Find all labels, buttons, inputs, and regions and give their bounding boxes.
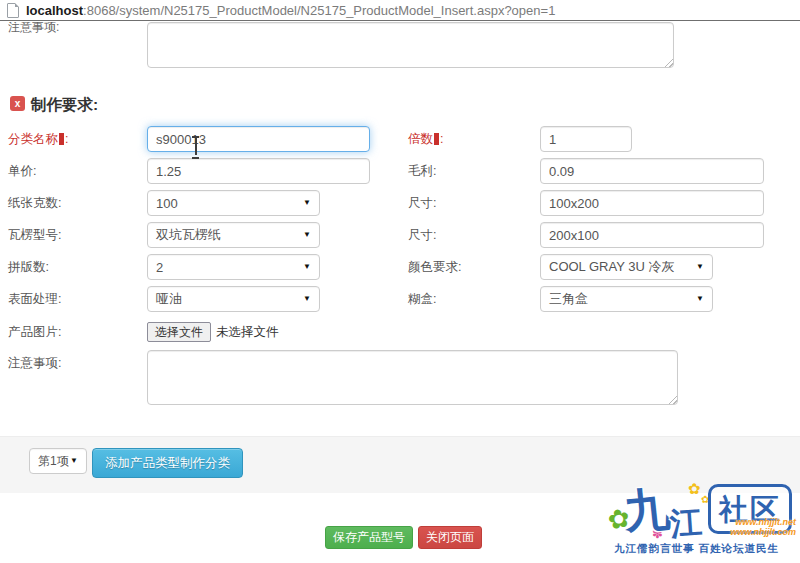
label-multiplier: 倍数:: [408, 126, 443, 152]
watermark-url-2: www.nhjjlt.com: [730, 527, 796, 537]
label-category-name: 分类名称:: [8, 126, 68, 152]
size-2-input[interactable]: [540, 222, 764, 248]
corrugated-type-select[interactable]: 双坑瓦楞纸▼: [147, 222, 320, 248]
chevron-down-icon: ▼: [696, 295, 704, 303]
chevron-down-icon: ▼: [303, 231, 311, 239]
section-title: 制作要求:: [31, 95, 98, 116]
chevron-down-icon: ▼: [303, 199, 311, 207]
close-page-button[interactable]: 关闭页面: [418, 526, 482, 549]
label-surface-finish: 表面处理:: [8, 286, 61, 312]
imposition-count-select[interactable]: 2▼: [147, 254, 320, 280]
surface-finish-select[interactable]: 哑油▼: [147, 286, 320, 312]
paper-weight-select[interactable]: 100▼: [147, 190, 320, 216]
required-marker: [434, 133, 439, 145]
glue-box-select[interactable]: 三角盒▼: [540, 286, 713, 312]
label-notes: 注意事项:: [8, 350, 61, 376]
chevron-down-icon: ▼: [696, 263, 704, 271]
label-corrugated-type: 瓦楞型号:: [8, 222, 61, 248]
save-product-model-button[interactable]: 保存产品型号: [325, 526, 413, 549]
prev-notes-textarea[interactable]: [147, 22, 674, 68]
size-1-input[interactable]: [540, 190, 764, 216]
chevron-down-icon: ▼: [70, 457, 78, 465]
flower-icon: ✽: [652, 526, 663, 541]
label-unit-price: 单价:: [8, 158, 36, 184]
chevron-down-icon: ▼: [303, 263, 311, 271]
label-size-1: 尺寸:: [408, 190, 436, 216]
site-watermark: ✿ ✽ ✿ ✿ 九 江 社区 www.nhjjlt.net www.nhjjlt…: [612, 482, 800, 563]
chevron-down-icon: ▼: [303, 295, 311, 303]
label-glue-box: 糊盒:: [408, 286, 436, 312]
document-icon: [7, 3, 19, 18]
flower-icon: ✿: [605, 502, 633, 537]
flower-icon: ✿: [701, 494, 709, 505]
watermark-url-1: www.nhjjlt.net: [735, 517, 796, 527]
label-size-2: 尺寸:: [408, 222, 436, 248]
color-requirement-select[interactable]: COOL GRAY 3U 冷灰▼: [540, 254, 713, 280]
label-imposition-count: 拼版数:: [8, 254, 49, 280]
file-status-text: 未选择文件: [216, 322, 279, 342]
required-marker: [59, 133, 64, 145]
address-bar[interactable]: localhost:8068/system/N25175_ProductMode…: [0, 0, 800, 21]
choose-file-button[interactable]: 选择文件: [147, 322, 211, 342]
prev-notes-label: 注意事项:: [8, 22, 88, 33]
label-gross-profit: 毛利:: [408, 158, 436, 184]
label-color-requirement: 颜色要求:: [408, 254, 461, 280]
notes-textarea[interactable]: [147, 350, 678, 405]
page: localhost:8068/system/N25175_ProductMode…: [0, 0, 800, 563]
url-path: :8068/system/N25175_ProductModel/N25175_…: [83, 3, 555, 18]
watermark-char-jiang: 江: [669, 501, 704, 547]
gross-profit-input[interactable]: [540, 158, 764, 184]
add-category-button[interactable]: 添加产品类型制作分类: [92, 448, 243, 478]
item-number-select[interactable]: 第1项▼: [29, 448, 87, 474]
multiplier-input[interactable]: [540, 126, 632, 152]
url-text[interactable]: localhost:8068/system/N25175_ProductMode…: [26, 3, 555, 18]
category-name-input[interactable]: [147, 126, 370, 152]
url-host: localhost: [26, 3, 83, 18]
label-paper-weight: 纸张克数:: [8, 190, 61, 216]
watermark-tagline: 九江儒韵言世事 百姓论坛道民生: [614, 542, 779, 556]
unit-price-input[interactable]: [147, 158, 370, 184]
section-collapse-icon[interactable]: x: [10, 96, 25, 111]
label-product-image: 产品图片:: [8, 319, 61, 345]
